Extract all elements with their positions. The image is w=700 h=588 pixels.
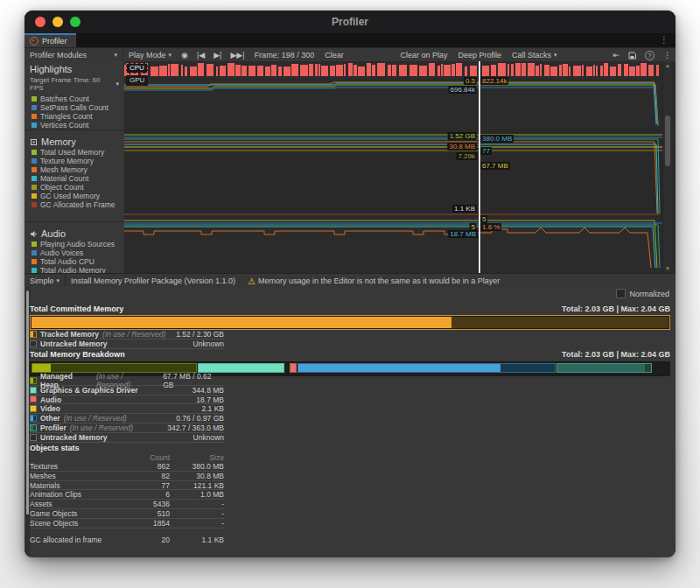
legend-item[interactable]: Playing Audio Sources xyxy=(24,240,124,248)
play-mode-dropdown[interactable]: Play Mode▾ xyxy=(123,48,177,62)
legend-row[interactable]: Audio 18.7 MB xyxy=(30,396,224,405)
legend-row[interactable]: Graphics & Graphics Driver 344.8 MB xyxy=(30,386,224,396)
table-row: Assets5436- xyxy=(30,500,224,509)
chart-value-label: 1.6 % xyxy=(480,223,501,231)
legend-row[interactable]: Profiler (In use / Reserved) 342.7 / 363… xyxy=(30,424,224,433)
legend-item[interactable]: Object Count xyxy=(24,183,124,192)
series-swatch xyxy=(30,331,37,338)
frame-counter: Frame: 198 / 300 xyxy=(249,48,320,62)
memory-chart[interactable] xyxy=(124,130,662,218)
chart-value-label: 1.52 GB xyxy=(448,132,477,140)
install-memory-profiler-button[interactable]: Install Memory Profiler Package (Version… xyxy=(66,274,241,288)
module-memory[interactable]: Memory Total Used Memory Texture Memory … xyxy=(24,130,124,222)
titlebar[interactable]: Profiler xyxy=(24,10,676,33)
profiler-tab-icon xyxy=(30,37,38,46)
chart-value-label: 30.8 MB xyxy=(447,143,477,150)
series-swatch xyxy=(32,193,37,199)
size-column-header: Size xyxy=(170,453,224,462)
chart-value-label: 1.1 KB xyxy=(452,205,477,213)
chevron-down-icon: ▾ xyxy=(114,52,117,59)
help-icon[interactable]: ? xyxy=(640,48,659,62)
save-profile-icon[interactable] xyxy=(624,48,640,62)
chart-value-label: 380.0 MB xyxy=(480,135,514,143)
table-row: Scene Objects1854- xyxy=(30,519,224,528)
chart-value-label: 0.5 xyxy=(464,77,477,85)
series-swatch xyxy=(32,176,37,181)
clear-on-play-toggle[interactable]: Clear on Play xyxy=(396,48,453,62)
window-title: Profiler xyxy=(24,16,676,28)
last-frame-button[interactable]: ▶▶| xyxy=(226,48,248,62)
legend-item[interactable]: Triangles Count xyxy=(24,112,124,121)
normalized-toggle[interactable]: Normalized xyxy=(616,289,669,298)
legend-row[interactable]: Video 2.1 KB xyxy=(30,404,224,414)
highlights-chart[interactable] xyxy=(124,61,662,130)
module-audio[interactable]: Audio Playing Audio Sources Audio Voices… xyxy=(24,222,124,273)
legend-item[interactable]: Audio Voices xyxy=(24,248,124,257)
chart-scrollbar[interactable]: ▲ ▼ xyxy=(662,61,672,273)
series-swatch xyxy=(30,396,37,402)
legend-row[interactable]: Tracked Memory (In use / Reserved) 1.52 … xyxy=(30,330,224,340)
breakdown-legend: Managed Heap (In use / Reserved) 67.7 MB… xyxy=(30,376,224,443)
clear-button[interactable]: Clear xyxy=(319,48,349,62)
legend-row[interactable]: Managed Heap (In use / Reserved) 67.7 MB… xyxy=(30,376,224,386)
chevron-down-icon: ▾ xyxy=(554,52,557,59)
gc-allocated-row: GC allocated in frame201.1 KB xyxy=(30,536,224,545)
legend-item[interactable]: Material Count xyxy=(24,174,124,183)
legend-item[interactable]: SetPass Calls Count xyxy=(24,103,124,112)
profiler-window: Profiler Profiler ⋮ Profiler Modules▾ Pl… xyxy=(24,10,676,557)
details-view-dropdown[interactable]: Simple▾ xyxy=(24,274,65,288)
committed-memory-bar[interactable] xyxy=(30,315,670,330)
target-frame-time-dropdown[interactable]: Target Frame Time: 60 FPS ▾ xyxy=(24,75,124,94)
legend-item[interactable]: GC Allocated in Frame xyxy=(24,200,124,209)
objects-stats-table: Objects stats Count Size Textures862380.… xyxy=(30,443,224,544)
speaker-icon xyxy=(30,230,38,238)
tab-profiler[interactable]: Profiler xyxy=(24,33,76,47)
gpu-track-button[interactable]: GPU xyxy=(126,75,148,86)
legend-item[interactable]: Mesh Memory xyxy=(24,165,124,174)
scroll-down-icon[interactable]: ▼ xyxy=(663,266,672,271)
count-column-header: Count xyxy=(128,453,170,462)
legend-row[interactable]: Untracked Memory Unknown xyxy=(30,433,224,443)
legend-row[interactable]: Untracked Memory Unknown xyxy=(30,340,224,349)
call-stacks-dropdown[interactable]: Call Stacks▾ xyxy=(507,48,563,62)
series-swatch xyxy=(32,242,37,247)
record-button[interactable]: ◉ xyxy=(177,48,192,62)
series-swatch xyxy=(30,340,37,347)
table-row: Meshes8230.8 MB xyxy=(30,472,224,481)
series-swatch xyxy=(30,424,37,431)
warning-icon: ⚠ xyxy=(248,276,256,286)
table-row: Animation Clips61.0 MB xyxy=(30,490,224,500)
scroll-up-icon[interactable]: ▲ xyxy=(663,63,672,68)
normalized-checkbox[interactable] xyxy=(616,289,626,298)
context-menu-icon[interactable]: ⋮ xyxy=(659,48,676,62)
other-segment xyxy=(298,363,556,373)
scrollbar-thumb[interactable] xyxy=(26,290,29,514)
legend-item[interactable]: Total Audio Memory xyxy=(24,266,124,273)
scrollbar-thumb[interactable] xyxy=(665,116,670,166)
legend-row[interactable]: Other (In use / Reserved) 0.76 / 0.97 GB xyxy=(30,414,224,424)
series-swatch xyxy=(30,405,37,412)
legend-item[interactable]: Vertices Count xyxy=(24,121,124,130)
tab-menu-icon[interactable]: ⋮ xyxy=(660,35,668,45)
profiler-chart-canvas[interactable]: CPU GPU 0.5 822.14k 696.84k 1.52 GB 380.… xyxy=(124,61,662,273)
audio-chart[interactable] xyxy=(124,217,662,273)
deep-profile-toggle[interactable]: Deep Profile xyxy=(453,48,508,62)
video-segment xyxy=(285,363,289,373)
profiler-modules-dropdown[interactable]: Profiler Modules▾ xyxy=(24,48,122,62)
editor-memory-warning-text: Memory usage in the Editor is not the sa… xyxy=(258,276,500,285)
cpu-track-button[interactable]: CPU xyxy=(126,63,148,74)
legend-item[interactable]: GC Used Memory xyxy=(24,192,124,200)
series-swatch xyxy=(32,96,37,102)
highlights-header: Highlights xyxy=(24,61,124,75)
chevron-down-icon: ▾ xyxy=(57,277,60,284)
chart-value-label: 696.84k xyxy=(449,86,477,94)
previous-frame-button[interactable]: |◀ xyxy=(192,48,209,62)
next-frame-button[interactable]: ▶| xyxy=(209,48,226,62)
module-highlights[interactable]: Highlights Target Frame Time: 60 FPS ▾ B… xyxy=(24,61,124,130)
legend-item[interactable]: Total Audio CPU xyxy=(24,257,124,266)
load-profile-icon[interactable]: ⇤ xyxy=(608,48,624,62)
series-swatch xyxy=(32,202,37,207)
legend-item[interactable]: Batches Count xyxy=(24,94,124,103)
legend-item[interactable]: Total Used Memory xyxy=(24,148,124,157)
legend-item[interactable]: Texture Memory xyxy=(24,157,124,165)
